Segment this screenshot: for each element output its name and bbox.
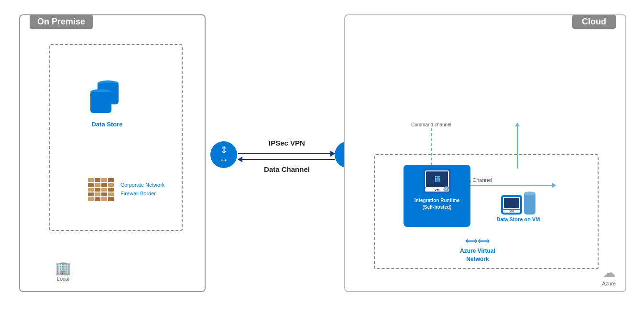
monitor-icon: 🖥 ⚙️ VM (423, 169, 451, 193)
vm-cylinder (524, 193, 535, 215)
gear-icon: ⚙️ (443, 186, 450, 192)
vnet-icon: ⟺⟺ (447, 236, 509, 246)
datastore-vm-icon: VM (490, 193, 547, 215)
azure-label: Azure (602, 281, 616, 286)
datastore-vm-label: Data Store on VM (490, 216, 547, 222)
firewall: Corporate Network Firewall Border (88, 178, 198, 201)
local-building: 🏢 Local (49, 260, 77, 282)
cloud-box: Cloud 🏭 Data Factory ⊞ ⚡ SQL {} Azure ma… (344, 14, 626, 292)
vm-screen (503, 197, 520, 209)
corporate-network-label: Corporate Network (120, 181, 164, 190)
vnet-text: Azure VirtualNetwork (447, 247, 509, 263)
vpn-arrows-left: ⇕↔ (219, 145, 229, 164)
arrow-right (238, 153, 335, 154)
vm-label2: VM (503, 210, 520, 213)
data-channel-label-mid: Data Channel (239, 165, 335, 173)
vm-cylinder-top (524, 192, 535, 195)
vpn-circle-left: ⇕↔ (210, 141, 237, 168)
monitor-screen: 🖥 (425, 170, 449, 188)
data-store-icon (88, 83, 126, 117)
arrow-left (238, 159, 335, 160)
vnet-box: 🖥 ⚙️ VM Integration Runtime(Self-hosted)… (374, 154, 599, 269)
premise-inner-box: Data Store Corporate Network Firewall Bo… (49, 44, 183, 231)
diagram: On Premise Data Store (0, 0, 644, 317)
on-premise-label: On Premise (30, 15, 93, 29)
data-store-label: Data Store (78, 121, 136, 128)
vm-box: VM (501, 195, 522, 215)
firewall-border-label: Firewall Border (120, 190, 164, 198)
azure-bottom: ☁ Azure (602, 265, 616, 286)
cloud-label: Cloud (572, 15, 616, 29)
on-premise-box: On Premise Data Store (19, 14, 206, 292)
ipsec-label: IPSec VPN (239, 139, 335, 147)
local-label: Local (49, 276, 77, 282)
vnet-label: ⟺⟺ Azure VirtualNetwork (447, 236, 509, 263)
integration-label: Integration Runtime(Self-hosted) (407, 197, 467, 211)
azure-cloud-icon: ☁ (602, 265, 616, 281)
data-store: Data Store (78, 83, 136, 128)
command-channel-label: Command channel (411, 122, 451, 127)
datastore-vm: VM Data Store on VM (490, 193, 547, 222)
building-icon: 🏢 (49, 260, 77, 276)
firewall-labels: Corporate Network Firewall Border (120, 181, 164, 198)
integration-runtime-box: 🖥 ⚙️ VM Integration Runtime(Self-hosted) (404, 165, 470, 227)
